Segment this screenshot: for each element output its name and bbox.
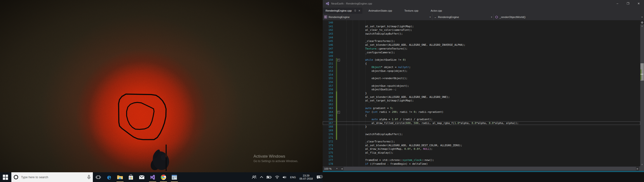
fold-margin (337, 39, 340, 43)
code-editor[interactable]: 140141 al_set_target_bitmap(lightMap);14… (323, 20, 640, 166)
inner-rock-outline (127, 102, 154, 129)
code-text: } (340, 92, 640, 95)
activate-windows-watermark: Activate Windows Go to Settings to activ… (254, 154, 298, 163)
hscrollbar-thumb[interactable] (344, 167, 636, 170)
close-button[interactable]: ✕ (633, 0, 644, 7)
scroll-right-arrow[interactable]: ▶ (636, 166, 639, 171)
code-line-160: 160 al_set_blender(ALLEGRO_ADD, ALLEGRO_… (323, 95, 640, 99)
fold-margin (337, 106, 340, 110)
chevron-up-icon[interactable] (258, 176, 265, 178)
line-number: 162 (323, 103, 336, 106)
taskbar-file-explorer[interactable] (114, 172, 126, 182)
code-line-166: 166 auto alpha = 1.0f / (radii / gradien… (323, 118, 640, 121)
code-line-175: 175 al_flip_display(); (323, 151, 640, 155)
tab-renderingengine[interactable]: RenderingEngine.cpp ✕ (323, 8, 362, 14)
scroll-down-arrow[interactable]: ▼ (640, 163, 644, 166)
app-window-icon (172, 175, 177, 180)
people-icon[interactable] (250, 175, 258, 179)
tab-animationstate[interactable]: AnimationState.cpp (362, 8, 398, 14)
minimize-button[interactable]: – (612, 0, 623, 7)
fold-margin (337, 144, 340, 147)
code-line-145: 145 _clearTransforms(); (323, 39, 640, 43)
language-indicator[interactable]: ENG (288, 176, 298, 179)
microphone-icon[interactable] (87, 175, 90, 180)
splitter-handle[interactable] (640, 20, 644, 24)
line-number: 157 (323, 84, 336, 88)
taskbar-store[interactable] (126, 172, 136, 182)
task-view-button[interactable] (93, 172, 104, 182)
start-button[interactable] (0, 172, 11, 182)
line-number: 155 (323, 76, 336, 80)
taskbar-visual-studio[interactable] (147, 172, 158, 182)
dual-monitor-desktop: Activate Windows Go to Settings to activ… (0, 0, 644, 182)
fold-collapse-box[interactable] (337, 110, 340, 114)
taskbar-app-window[interactable] (169, 172, 180, 182)
line-number: 161 (323, 99, 336, 103)
taskbar-edge[interactable]: e (104, 172, 114, 182)
line-number: 170 (323, 132, 336, 136)
zoom-level-combo[interactable]: 100 % ▼ (323, 166, 339, 171)
code-line-178: 178 if ((frameEnd - frameBegin) < deltaT… (323, 162, 640, 166)
close-tab-icon[interactable]: ✕ (358, 9, 360, 12)
scroll-up-arrow[interactable]: ▲ (640, 24, 644, 28)
code-text: frameEnd = std::chrono::system_clock::no… (340, 158, 640, 162)
line-number: 141 (323, 25, 336, 28)
type-dropdown[interactable]: → RenderingEngine ▾ (432, 14, 494, 20)
clock[interactable]: 23:29 05-07-2018 (298, 174, 315, 180)
fold-margin (337, 136, 340, 140)
code-line-159: 159 } (323, 92, 640, 95)
line-number: 160 (323, 95, 336, 99)
search-input[interactable]: Type here to search (11, 172, 93, 182)
volume-icon[interactable] (281, 175, 288, 179)
line-number: 166 (323, 118, 336, 121)
code-line-140: 140 (323, 21, 640, 25)
battery-charging-icon[interactable] (265, 175, 273, 179)
code-line-172: 172 _clearTransforms(); (323, 140, 640, 144)
line-number: 178 (323, 162, 336, 166)
horizontal-scrollbar[interactable]: ◀ ▶ (340, 166, 644, 171)
code-line-152: 152 Object* object = nullptr; (323, 65, 640, 69)
chevron-down-icon: ▾ (488, 16, 492, 18)
fold-margin (337, 95, 340, 99)
fold-margin (337, 125, 340, 129)
code-text: _configureCamera(); (340, 51, 640, 54)
fold-margin (337, 99, 340, 103)
line-number: 163 (323, 106, 336, 110)
taskbar-chrome[interactable] (158, 172, 169, 182)
outer-rock-outline (118, 94, 166, 140)
code-line-151: 151 { (323, 62, 640, 66)
code-text: al_set_target_bitmap(lightMap); (340, 99, 640, 103)
file-dropdown[interactable]: RenderingEngine ▾ (323, 14, 432, 20)
code-text: al_flip_display(); (340, 151, 640, 155)
window-controls: – ❐ ✕ (612, 0, 644, 7)
code-text: al_set_blender(ALLEGRO_ADD, ALLEGRO_ONE,… (340, 95, 640, 99)
action-center-button[interactable]: 1 (315, 175, 323, 179)
tab-texture[interactable]: Texture.cpp (398, 8, 424, 14)
vertical-scrollbar[interactable]: ▲ ▼ (640, 20, 644, 166)
line-number: 150 (323, 58, 336, 62)
restore-button[interactable]: ❐ (623, 0, 633, 7)
fold-margin (337, 25, 340, 28)
fold-margin (337, 51, 340, 54)
taskbar-mail[interactable] (136, 172, 147, 182)
code-line-176: 176 (323, 155, 640, 158)
code-line-169: 169 (323, 129, 640, 132)
fold-margin (337, 151, 340, 155)
member-dropdown[interactable]: _renderObjectWorld() ▾ (494, 14, 644, 20)
line-number: 171 (323, 136, 336, 140)
code-text (340, 21, 640, 25)
wifi-icon[interactable] (273, 175, 281, 179)
goto-arrow-icon: → (434, 15, 436, 19)
line-number: 167 (323, 121, 336, 125)
pin-icon[interactable] (354, 10, 356, 12)
code-text (340, 36, 640, 40)
visual-studio-window: NearEarth - RenderingEngine.cpp – ❐ ✕ Re… (323, 0, 644, 172)
vs-titlebar[interactable]: NearEarth - RenderingEngine.cpp – ❐ ✕ (323, 0, 644, 7)
tab-actor[interactable]: Actor.cpp (424, 8, 448, 14)
zoom-level-value: 100 % (324, 167, 332, 170)
mail-icon (139, 175, 144, 180)
fold-margin (337, 140, 340, 144)
line-number: 142 (323, 28, 336, 32)
scroll-left-arrow[interactable]: ◀ (340, 166, 344, 171)
fold-collapse-box[interactable] (337, 58, 340, 62)
